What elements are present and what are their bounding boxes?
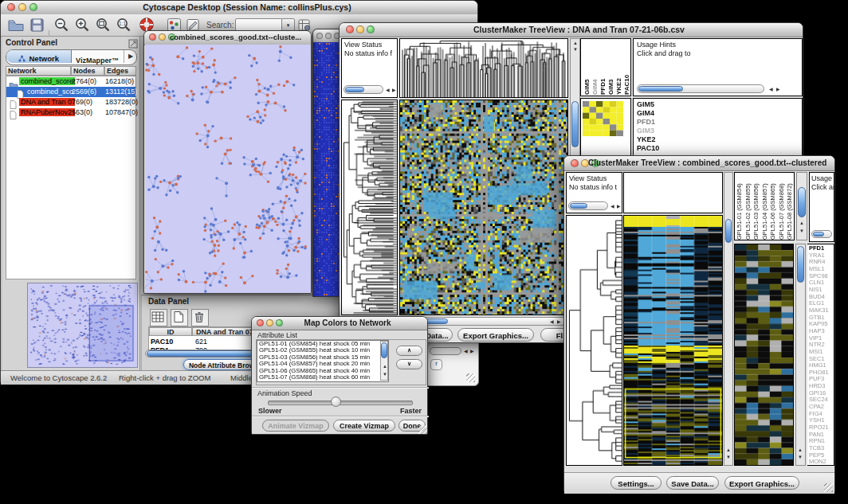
export-graphics-button[interactable]: Export Graphics... [724, 476, 799, 490]
save-icon[interactable] [29, 18, 45, 36]
zoom-heatmap-canvas[interactable] [734, 244, 794, 466]
close-button[interactable] [571, 159, 579, 167]
close-button[interactable] [7, 3, 15, 11]
array-label[interactable]: GPL51-08 (GSM872) [786, 173, 795, 240]
array-label[interactable]: GIM3 [607, 39, 614, 95]
usage-hints-hscrollbar[interactable] [811, 230, 832, 238]
scroll-down-arrow[interactable]: ▼ [383, 372, 387, 377]
network-graph-canvas[interactable] [145, 45, 311, 293]
view-status-hscrollbar[interactable] [344, 85, 383, 94]
table-cell[interactable]: PAC10 [151, 338, 173, 346]
gene-label[interactable]: MON2 [809, 459, 834, 466]
id-column-header[interactable]: ID [149, 327, 192, 336]
scroll-right-arrow[interactable]: ▶ [617, 204, 621, 209]
tab-network[interactable]: Network [6, 50, 72, 63]
close-button[interactable] [346, 25, 354, 33]
attribute-table-icon[interactable] [150, 309, 167, 326]
array-label[interactable]: YKE2 [615, 39, 622, 95]
attribute-list[interactable]: GPL51-01 (GSM854) heat shock 05 minGPL51… [257, 340, 389, 382]
scroll-up-arrow[interactable]: ▲ [798, 447, 803, 453]
array-label[interactable]: PAC10 [623, 39, 630, 95]
close-button[interactable] [257, 319, 264, 326]
scroll-left-arrow[interactable]: ◀ [464, 349, 468, 354]
treeview2-title-bar[interactable]: ClusterMaker TreeView : combined_scores_… [564, 156, 834, 171]
correlation-matrix-canvas[interactable] [583, 101, 623, 136]
delete-attribute-icon[interactable] [191, 309, 209, 326]
attribute-item[interactable]: GPL51-07 (GSM868) heat shock 60 min [257, 374, 388, 381]
dialog-title-bar[interactable]: Map Colors to Network [252, 317, 427, 330]
array-label[interactable]: GPL51-01 (GSM854) [736, 173, 744, 240]
array-label[interactable]: GIM4 [591, 39, 599, 95]
main-vscrollbar[interactable]: ▲ ▼ [570, 38, 580, 171]
zoom-selected-icon[interactable]: 1:1 [116, 17, 132, 37]
array-label[interactable]: GPL51-02 (GSM855) [744, 173, 753, 240]
scrollbar-thumb[interactable] [813, 232, 824, 236]
network-overview-canvas[interactable] [27, 283, 138, 368]
col-network[interactable]: Network [6, 66, 71, 76]
scroll-right-arrow[interactable]: ▶ [776, 87, 780, 92]
scrollbar-thumb[interactable] [570, 203, 587, 209]
view-status-hscrollbar[interactable] [568, 201, 608, 210]
scroll-right-arrow[interactable]: ▶ [557, 319, 561, 325]
zoom-fit-icon[interactable] [95, 17, 112, 37]
usage-hints-hscrollbar[interactable] [637, 84, 764, 93]
network-row[interactable]: RNAPuberNov2+!563(0)107847(0) [6, 107, 135, 118]
scroll-up-arrow[interactable]: ▲ [726, 447, 731, 453]
scroll-down-arrow[interactable]: ▼ [726, 455, 731, 460]
attribute-list-vscrollbar[interactable]: ▲ ▼ [380, 341, 388, 381]
row-dendrogram-canvas[interactable] [566, 215, 622, 466]
gene-list-vscrollbar[interactable]: ▲ ▼ [795, 244, 806, 466]
column-dendrogram-canvas[interactable] [399, 38, 568, 98]
array-label[interactable]: GIM5 [583, 39, 591, 95]
gene-label[interactable]: GIM4 [637, 109, 802, 118]
scroll-left-arrow[interactable]: ◀ [550, 319, 554, 325]
open-folder-icon[interactable] [7, 17, 25, 36]
resize-grip[interactable] [418, 425, 427, 434]
scrollbar-thumb[interactable] [381, 342, 387, 358]
treeview1-title-bar[interactable]: ClusterMaker TreeView : DNA and Tran 07-… [340, 23, 803, 37]
col-edges[interactable]: Edges [104, 66, 136, 76]
move-up-button[interactable]: ∧ [396, 346, 422, 356]
settings-button[interactable]: Settings... [610, 476, 662, 490]
network-row[interactable]: DNA and Tran 07769(0)183728(0) [6, 97, 135, 107]
labels-vscrollbar[interactable]: ▲ ▼ [796, 172, 807, 240]
scroll-right-arrow[interactable]: ▶ [392, 88, 396, 93]
scroll-down-arrow[interactable]: ▼ [799, 229, 804, 234]
search-input[interactable] [235, 18, 283, 31]
tab-vizmapper[interactable]: VizMapper™ [71, 50, 124, 63]
network-row[interactable]: combined_sco2569(6)13112(15) [6, 87, 135, 97]
save-data-button[interactable]: Save Data... [666, 476, 719, 490]
gene-label[interactable]: PAC10 [637, 144, 802, 153]
row-dendrogram-canvas[interactable] [341, 100, 398, 315]
tab-overflow-arrow[interactable]: ▶ [124, 50, 137, 63]
scrollbar-thumb[interactable] [345, 87, 364, 92]
minimize-button[interactable] [159, 33, 166, 41]
new-attribute-icon[interactable] [171, 309, 188, 326]
close-button[interactable] [149, 33, 156, 41]
scroll-left-arrow[interactable]: ◀ [769, 87, 773, 92]
table-cell[interactable]: 621 [195, 338, 207, 346]
array-label[interactable]: GPL51-06 (GSM865) [769, 173, 778, 240]
col-nodes[interactable]: Nodes [71, 66, 104, 76]
resize-grip[interactable] [824, 483, 833, 492]
network-row[interactable]: combined_scores2764(0)16218(0) [6, 76, 135, 87]
array-label[interactable]: GPL51-07 (GSM868) [778, 173, 787, 240]
scrollbar-thumb[interactable] [797, 246, 804, 283]
scrollbar-thumb[interactable] [638, 86, 683, 92]
close-button[interactable] [316, 33, 323, 39]
export-graphics-button[interactable]: Export Graphics... [457, 328, 534, 342]
zoom-in-icon[interactable] [74, 17, 91, 37]
scroll-right-arrow[interactable]: ▶ [470, 349, 474, 354]
minimize-button[interactable] [266, 319, 273, 326]
scroll-left-arrow[interactable]: ◀ [610, 204, 614, 209]
scrollbar-thumb[interactable] [571, 101, 579, 147]
array-label[interactable]: GPL51-03 (GSM856) [752, 173, 761, 240]
network-view-title-bar[interactable]: combined_scores_good.txt--cluste... [144, 31, 311, 45]
create-vizmap-button[interactable]: Create Vizmap [333, 420, 395, 432]
scroll-down-arrow[interactable]: ▼ [573, 47, 578, 53]
scrollbar-thumb[interactable] [798, 187, 806, 217]
animate-vizmap-button[interactable]: Animate Vizmap [262, 420, 329, 432]
slider-thumb[interactable] [331, 397, 341, 407]
resize-grip[interactable] [466, 373, 475, 382]
zoom-out-icon[interactable] [53, 17, 70, 37]
